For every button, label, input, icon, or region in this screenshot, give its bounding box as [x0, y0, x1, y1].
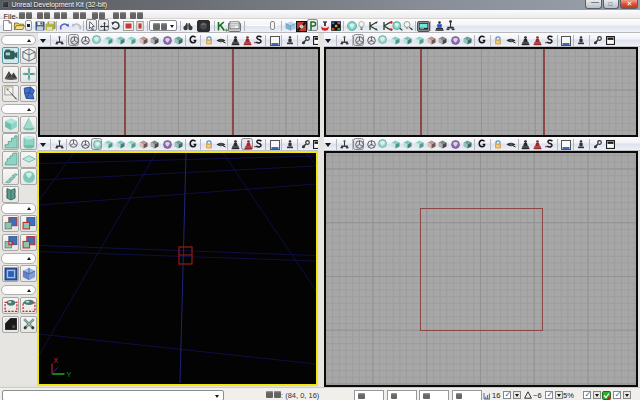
svg-text:Y: Y [66, 371, 71, 378]
svg-text:X: X [53, 357, 58, 364]
